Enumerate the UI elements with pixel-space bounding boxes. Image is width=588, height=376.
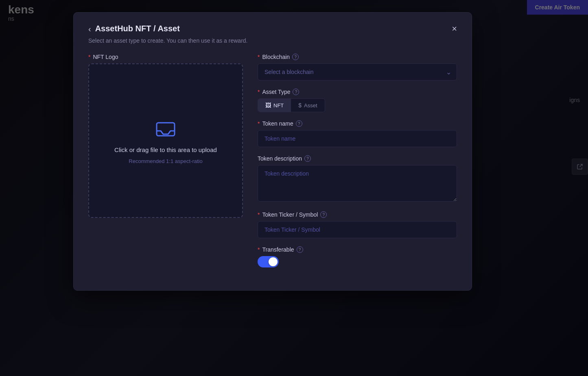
nft-logo-label-text: NFT Logo [93, 54, 118, 60]
token-ticker-input[interactable] [258, 221, 457, 238]
right-column: * Blockchain ? Select a blockchain ⌄ * A… [258, 54, 457, 276]
required-star: * [88, 54, 90, 60]
asset-toggle-button[interactable]: $ Asset [291, 99, 324, 112]
transferable-required-star: * [258, 246, 260, 253]
token-desc-input[interactable] [258, 165, 457, 202]
transferable-field: * Transferable ? [258, 246, 457, 267]
nft-toggle-button[interactable]: 🖼 NFT [258, 99, 291, 112]
token-ticker-required-star: * [258, 211, 260, 218]
toggle-slider [258, 256, 279, 267]
token-desc-label: Token description ? [258, 155, 457, 162]
token-desc-label-text: Token description [258, 155, 302, 162]
asset-type-required-star: * [258, 89, 260, 95]
modal-body: * NFT Logo Click or drag file to this ar… [88, 54, 457, 276]
upload-text: Click or drag file to this area to uploa… [114, 146, 217, 153]
token-desc-field: Token description ? [258, 155, 457, 203]
back-button[interactable]: ‹ [88, 25, 91, 33]
upload-hint: Recommended 1:1 aspect-ratio [129, 158, 202, 164]
modal-subtitle: Select an asset type to create. You can … [88, 37, 457, 44]
asset-btn-label: Asset [304, 102, 317, 109]
upload-area[interactable]: Click or drag file to this area to uploa… [88, 63, 243, 218]
blockchain-required-star: * [258, 54, 260, 60]
asset-type-label-text: Asset Type [262, 89, 290, 95]
modal-header: ‹ AssetHub NFT / Asset × [88, 24, 457, 33]
asset-icon: $ [298, 102, 302, 109]
close-button[interactable]: × [452, 24, 457, 33]
blockchain-label: * Blockchain ? [258, 54, 457, 60]
nft-logo-label: * NFT Logo [88, 54, 243, 60]
transferable-help-icon[interactable]: ? [297, 246, 303, 253]
nft-btn-label: NFT [273, 102, 284, 109]
left-column: * NFT Logo Click or drag file to this ar… [88, 54, 243, 276]
nft-icon: 🖼 [265, 102, 271, 109]
modal-title: AssetHub NFT / Asset [95, 24, 180, 33]
token-name-input[interactable] [258, 130, 457, 147]
asset-type-field: * Asset Type ? 🖼 NFT $ Asset [258, 89, 457, 112]
transferable-label-text: Transferable [262, 246, 294, 253]
token-name-label-text: Token name [262, 120, 293, 127]
token-name-required-star: * [258, 120, 260, 127]
token-desc-help-icon[interactable]: ? [304, 155, 311, 162]
modal-title-group: ‹ AssetHub NFT / Asset [88, 24, 180, 33]
blockchain-label-text: Blockchain [262, 54, 290, 60]
transferable-toggle[interactable] [258, 256, 279, 267]
blockchain-help-icon[interactable]: ? [292, 54, 299, 60]
blockchain-field: * Blockchain ? Select a blockchain ⌄ [258, 54, 457, 80]
modal-container: ‹ AssetHub NFT / Asset × Select an asset… [73, 12, 472, 291]
upload-icon [153, 117, 178, 141]
token-name-label: * Token name ? [258, 120, 457, 127]
token-ticker-label: * Token Ticker / Symbol ? [258, 211, 457, 218]
token-name-field: * Token name ? [258, 120, 457, 147]
nft-logo-field: * NFT Logo Click or drag file to this ar… [88, 54, 243, 218]
asset-type-help-icon[interactable]: ? [293, 89, 299, 95]
asset-type-label: * Asset Type ? [258, 89, 457, 95]
transferable-label: * Transferable ? [258, 246, 457, 253]
asset-type-toggle: 🖼 NFT $ Asset [258, 98, 325, 112]
blockchain-select[interactable]: Select a blockchain [258, 63, 457, 80]
blockchain-select-wrapper: Select a blockchain ⌄ [258, 63, 457, 80]
token-ticker-help-icon[interactable]: ? [320, 211, 327, 218]
token-ticker-field: * Token Ticker / Symbol ? [258, 211, 457, 238]
token-ticker-label-text: Token Ticker / Symbol [262, 211, 318, 218]
token-name-help-icon[interactable]: ? [296, 120, 302, 127]
